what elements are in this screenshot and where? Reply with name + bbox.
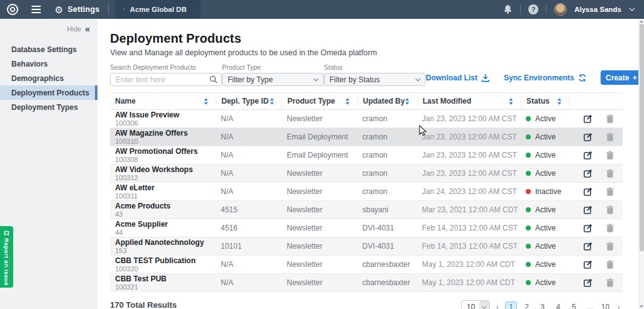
database-name: Acme Global DB [130, 6, 187, 13]
table-column-header[interactable]: Product Type [282, 93, 357, 109]
hide-label: Hide [67, 25, 82, 33]
table-row[interactable]: Acme Products 43 4515 Newsletter sbayani… [110, 201, 623, 219]
product-id: 100320 [115, 265, 216, 273]
delete-button[interactable] [606, 187, 614, 196]
plus-icon: + [632, 73, 637, 82]
help-icon[interactable]: ? [528, 4, 538, 14]
page-number-button[interactable]: 10 [599, 301, 611, 309]
sort-icon[interactable] [345, 98, 350, 105]
chevron-down-icon [313, 78, 319, 82]
delete-button[interactable] [606, 278, 614, 287]
sync-environments-button[interactable]: Sync Environments [504, 73, 587, 82]
settings-sidebar: Hide « Database Settings Behaviors Demog… [0, 19, 97, 309]
table-row[interactable]: AW Magazine Offers 100310 N/A Email Depl… [110, 128, 623, 146]
last-modified-cell: May 1, 2023 12:00 AM CDT [417, 278, 521, 287]
delete-button[interactable] [606, 169, 614, 178]
edit-button[interactable] [584, 260, 592, 269]
delete-button[interactable] [606, 133, 614, 141]
page-number-button[interactable]: 5 [568, 301, 580, 309]
status-dot [526, 262, 531, 267]
table-row[interactable]: Applied Nanotechnology 153 10101 Newslet… [110, 237, 623, 256]
settings-nav[interactable]: ⚙ Settings [55, 5, 99, 14]
sidebar-item[interactable]: Deployment Types [0, 100, 97, 114]
delete-button[interactable] [606, 114, 614, 123]
table-row[interactable]: CBB TEST Publication 100320 N/A Newslett… [110, 256, 623, 274]
sidebar-item[interactable]: Deployment Products [0, 85, 97, 100]
prev-page-button[interactable]: ‹ [494, 303, 501, 309]
product-type-select[interactable]: Filter by Type [222, 73, 324, 86]
chevron-down-icon [192, 8, 194, 11]
table-row[interactable]: AW Video Workshops 100312 N/A Newsletter… [110, 165, 623, 183]
edit-button[interactable] [584, 205, 592, 214]
table-column-header[interactable]: Last Modified [417, 93, 521, 109]
table-column-header[interactable]: Updated By [357, 93, 417, 109]
search-input[interactable] [110, 73, 222, 86]
hide-sidebar-button[interactable]: Hide « [0, 19, 97, 37]
table-column-header[interactable]: Status [521, 93, 569, 109]
delete-button[interactable] [606, 242, 614, 251]
chevron-down-icon[interactable] [629, 8, 635, 11]
delete-button[interactable] [606, 260, 614, 269]
edit-button[interactable] [584, 242, 592, 251]
table-row[interactable]: AW eLetter 100311 N/A Newsletter cramon … [110, 183, 623, 201]
product-id: 44 [115, 229, 216, 236]
report-issue-tab[interactable]: Report an Issue [0, 226, 13, 288]
scroll-down-arrow-icon[interactable] [640, 305, 643, 308]
table-column-header[interactable]: Name [110, 93, 216, 109]
create-button[interactable]: Create + [601, 70, 642, 85]
next-page-button[interactable]: › [615, 303, 623, 309]
scrollbar-thumb[interactable] [640, 24, 644, 251]
edit-button[interactable] [584, 224, 592, 232]
sidebar-item[interactable]: Database Settings [0, 42, 97, 57]
edit-button[interactable] [584, 278, 592, 287]
sort-icon[interactable] [270, 98, 274, 105]
bell-icon[interactable] [503, 4, 513, 14]
column-header-label: Name [115, 97, 136, 106]
database-selector[interactable]: Acme Global DB [115, 0, 201, 19]
table-row[interactable]: AW Issue Preview 100306 N/A Newsletter c… [110, 110, 623, 128]
sidebar-nav: Database Settings Behaviors Demographics… [0, 42, 97, 114]
delete-button[interactable] [606, 151, 614, 160]
page-number-button[interactable]: 2 [521, 301, 533, 309]
sidebar-item-label: Database Settings [11, 45, 77, 54]
edit-button[interactable] [584, 187, 592, 196]
table-row[interactable]: CBB Test PUB 100321 N/A Newsletter cbarn… [110, 274, 623, 292]
page-number-button[interactable]: 3 [536, 301, 548, 309]
scroll-up-arrow-icon[interactable] [640, 20, 643, 23]
sidebar-item[interactable]: Demographics [0, 71, 97, 85]
product-id: 43 [115, 210, 216, 218]
status-select[interactable]: Filter by Status [324, 73, 426, 86]
menu-icon[interactable] [31, 6, 41, 13]
table-column-header[interactable]: Depl. Type ID [216, 93, 282, 109]
vertical-scrollbar[interactable] [638, 19, 644, 309]
depl-type-id-cell: 10101 [216, 242, 282, 251]
page-number-button[interactable]: ... [584, 301, 596, 309]
product-id: 100308 [115, 156, 216, 163]
sort-icon[interactable] [405, 98, 409, 105]
sort-icon[interactable] [509, 98, 513, 105]
product-name-cell: Acme Supplier 44 [110, 220, 216, 236]
trash-icon [606, 114, 614, 123]
edit-button[interactable] [584, 114, 592, 123]
status-dot [526, 134, 531, 139]
page-size-select[interactable]: 10 [461, 300, 490, 309]
sort-icon[interactable] [204, 98, 208, 105]
table-row[interactable]: AW Promotional Offers 100308 N/A Email D… [110, 146, 623, 165]
delete-button[interactable] [606, 205, 614, 214]
page-number-button[interactable]: 1 [505, 301, 517, 309]
avatar[interactable] [554, 3, 567, 16]
edit-button[interactable] [584, 169, 592, 178]
delete-button[interactable] [606, 224, 614, 232]
sidebar-item[interactable]: Behaviors [0, 57, 97, 71]
edit-button[interactable] [584, 151, 592, 160]
omeda-logo-icon[interactable] [6, 3, 19, 16]
product-id: 100321 [115, 283, 216, 291]
sort-icon[interactable] [557, 98, 562, 105]
user-name[interactable]: Alyssa Sands [574, 6, 621, 13]
row-actions-cell [569, 224, 623, 232]
edit-button[interactable] [584, 133, 592, 141]
download-list-button[interactable]: Download List [426, 73, 490, 82]
main-content: Deployment Products View and Manage all … [97, 19, 644, 309]
table-row[interactable]: Acme Supplier 44 4516 Newsletter DVI-403… [110, 219, 623, 237]
page-number-button[interactable]: 4 [552, 301, 564, 309]
